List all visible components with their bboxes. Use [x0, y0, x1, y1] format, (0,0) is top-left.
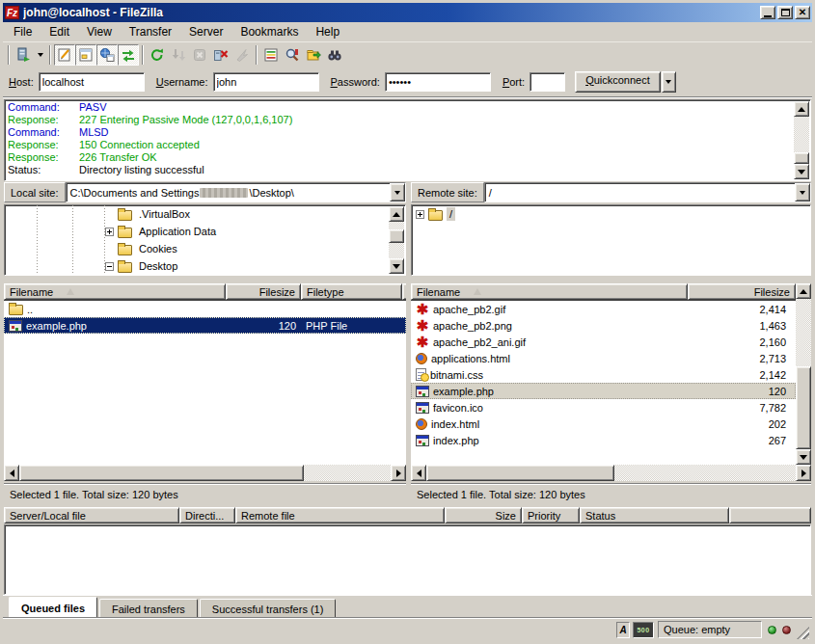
queue-column-remote-file[interactable]: Remote file	[235, 507, 445, 523]
tree-item-cookies[interactable]: Cookies	[5, 240, 405, 257]
menu-server[interactable]: Server	[180, 22, 231, 41]
reconnect-button[interactable]	[231, 44, 253, 66]
scroll-right-button[interactable]	[796, 465, 811, 481]
tree-item-virtualbox[interactable]: .VirtualBox	[5, 205, 405, 223]
file-row-parent-dir[interactable]: ..	[4, 301, 406, 317]
disconnect-button[interactable]	[210, 44, 231, 66]
password-input[interactable]	[385, 72, 491, 92]
synchronized-browsing-button[interactable]	[282, 44, 303, 66]
quickconnect-button[interactable]: Quickconnect	[575, 71, 661, 93]
tab-successful-transfers[interactable]: Successful transfers (1)	[200, 599, 337, 617]
quickconnect-dropdown[interactable]	[662, 71, 676, 93]
menu-bookmarks[interactable]: Bookmarks	[231, 22, 307, 41]
file-row[interactable]: favicon.ico 7,782	[411, 399, 796, 416]
maximize-button[interactable]	[777, 6, 793, 19]
local-tree-scrollbar[interactable]	[389, 206, 404, 274]
tree-item-application-data[interactable]: Application Data	[5, 223, 405, 240]
minimize-button[interactable]	[760, 6, 775, 19]
file-row[interactable]: apache_pb2_ani.gif 2,160	[411, 334, 796, 350]
maximize-icon	[781, 9, 790, 16]
refresh-button[interactable]	[147, 44, 168, 66]
tree-expander[interactable]	[105, 228, 114, 236]
port-input[interactable]	[530, 72, 565, 92]
queue-column-size[interactable]: Size	[445, 507, 522, 523]
scrollbar-thumb[interactable]	[389, 229, 404, 243]
file-row-example-php[interactable]: example.php 120 PHP File 1	[4, 317, 406, 334]
username-input[interactable]	[213, 72, 319, 92]
scroll-up-button[interactable]	[389, 206, 404, 222]
menu-file[interactable]: File	[5, 22, 41, 41]
host-input[interactable]	[39, 72, 145, 92]
queue-tabs: Queued files Failed transfers Successful…	[3, 595, 812, 617]
tree-expander[interactable]	[105, 262, 114, 271]
cancel-operation-button[interactable]	[189, 44, 210, 66]
data-type-indicator-icon[interactable]: A	[616, 622, 630, 638]
column-header-filesize[interactable]: Filesize	[688, 283, 796, 300]
scroll-up-button[interactable]	[796, 283, 811, 299]
sort-ascending-icon	[67, 288, 74, 295]
message-log-icon	[57, 47, 72, 63]
resize-grip[interactable]	[797, 627, 809, 639]
tree-item-desktop[interactable]: Desktop	[5, 257, 405, 275]
file-row[interactable]: apache_pb2.gif 2,414	[411, 301, 796, 317]
queue-column-status[interactable]: Status	[580, 507, 729, 523]
menu-view[interactable]: View	[78, 22, 121, 41]
tab-failed-transfers[interactable]: Failed transfers	[99, 599, 198, 617]
open-folder-icon	[428, 210, 443, 221]
queue-column-server-local-file[interactable]: Server/Local file	[4, 507, 179, 523]
speed-limits-icon[interactable]: 500	[633, 622, 654, 638]
scroll-down-button[interactable]	[794, 164, 809, 179]
column-header-filename[interactable]: Filename	[411, 283, 688, 300]
remote-site-dropdown[interactable]	[795, 183, 810, 201]
toggle-remote-tree-button[interactable]	[96, 44, 118, 66]
local-site-dropdown[interactable]	[390, 183, 405, 201]
site-manager-dropdown[interactable]	[34, 44, 46, 66]
toggle-transfer-queue-button[interactable]	[118, 44, 139, 66]
file-row[interactable]: bitnami.css 2,142	[411, 366, 796, 383]
close-button[interactable]: ✕	[795, 6, 810, 19]
remote-site-combo[interactable]: /	[484, 182, 811, 202]
scroll-left-button[interactable]	[4, 465, 19, 481]
toggle-local-tree-button[interactable]	[75, 44, 96, 66]
site-manager-button[interactable]	[13, 44, 34, 66]
scrollbar-thumb[interactable]	[19, 465, 304, 481]
log-scrollbar[interactable]	[794, 101, 809, 179]
local-hscrollbar[interactable]	[4, 465, 406, 481]
column-header-filename[interactable]: Filename	[4, 283, 226, 300]
scroll-down-button[interactable]	[796, 449, 811, 465]
refresh-icon	[149, 47, 165, 63]
queue-column-direction[interactable]: Directi...	[179, 507, 235, 523]
file-row-example-php[interactable]: example.php 120	[411, 383, 796, 399]
tab-queued-files[interactable]: Queued files	[9, 597, 97, 617]
menu-edit[interactable]: Edit	[41, 22, 78, 41]
file-row[interactable]: apache_pb2.png 1,463	[411, 317, 796, 334]
scroll-up-button[interactable]	[794, 101, 809, 117]
file-row[interactable]: applications.html 2,713	[411, 350, 796, 366]
menu-help[interactable]: Help	[307, 22, 348, 41]
scrollbar-thumb[interactable]	[794, 152, 809, 164]
synchronized-browsing-icon	[285, 47, 300, 63]
tree-expander[interactable]	[416, 210, 424, 219]
close-icon: ✕	[799, 8, 806, 17]
column-header-filesize[interactable]: Filesize	[226, 283, 301, 300]
file-row[interactable]: index.php 267	[411, 432, 796, 448]
scroll-right-button[interactable]	[391, 465, 406, 481]
column-header-last-modified[interactable]: L	[402, 283, 406, 300]
queue-column-priority[interactable]: Priority	[522, 507, 580, 523]
tree-item-root[interactable]: /	[412, 205, 810, 223]
scrollbar-thumb[interactable]	[796, 366, 811, 449]
file-row[interactable]: index.html 202	[411, 416, 796, 432]
toggle-message-log-button[interactable]	[54, 44, 75, 66]
remote-list-scrollbar[interactable]	[796, 283, 811, 465]
directory-filters-button[interactable]	[303, 44, 324, 66]
menu-transfer[interactable]: Transfer	[121, 22, 180, 41]
remote-hscrollbar[interactable]	[411, 465, 811, 481]
scroll-down-button[interactable]	[389, 258, 404, 274]
scroll-left-button[interactable]	[411, 465, 426, 481]
directory-comparison-button[interactable]	[260, 44, 282, 66]
scrollbar-thumb[interactable]	[426, 465, 614, 481]
column-header-filetype[interactable]: Filetype	[301, 283, 402, 300]
find-files-button[interactable]	[324, 44, 345, 66]
process-queue-button[interactable]	[168, 44, 189, 66]
local-site-combo[interactable]: C:\Documents and Settings\Desktop\	[66, 182, 406, 202]
